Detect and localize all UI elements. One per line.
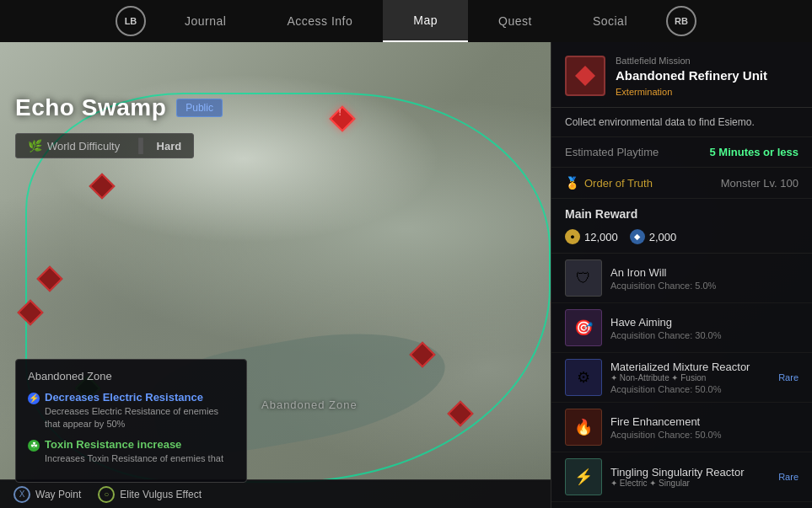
effect-content-2: Toxin Resistance increase Increases Toxi…	[45, 438, 223, 465]
mission-header: Battlefield Mission Abandoned Refinery U…	[551, 42, 812, 108]
waypoint-button[interactable]: X	[13, 486, 30, 503]
reward-title: Main Reward	[551, 199, 812, 226]
location-name: Echo Swamp	[15, 94, 166, 121]
map-marker-7[interactable]	[451, 404, 470, 423]
reward-item: 🔥 Fire Enhancement Acquisition Chance: 5…	[551, 403, 812, 452]
map-zone-label: Abandoned Zone	[261, 398, 358, 411]
difficulty-value: Hard	[157, 140, 182, 152]
order-name: Order of Truth	[584, 177, 653, 190]
nav-journal[interactable]: Journal	[154, 0, 256, 42]
gold-value: 12,000	[584, 231, 618, 243]
reward-name: Have Aiming	[610, 316, 799, 329]
reward-thumbnail: 🎯	[565, 309, 602, 346]
waypoint-label: Way Point	[35, 489, 81, 500]
order-left: 🏅 Order of Truth	[565, 176, 653, 190]
reward-chance: Acquisition Chance: 50.0%	[610, 430, 799, 440]
elite-button[interactable]: ○	[98, 486, 115, 503]
reward-info: Fire Enhancement Acquisition Chance: 50.…	[610, 415, 799, 440]
reward-chance: Acquisition Chance: 30.0%	[610, 330, 799, 340]
reward-info: Tingling Singularity Reactor ✦ Electric …	[610, 466, 770, 488]
mission-description: Collect environmental data to find Esiem…	[551, 108, 812, 137]
nav-quest[interactable]: Quest	[468, 0, 562, 42]
reward-name: Fire Enhancement	[610, 415, 799, 428]
reward-thumbnail: 🔥	[565, 409, 602, 446]
nav-map[interactable]: Map	[383, 0, 468, 42]
map-marker-6[interactable]	[413, 345, 432, 364]
reward-info: An Iron Will Acquisition Chance: 5.0%	[610, 266, 799, 291]
difficulty-bar: 🌿 World Difficulty ▐ Hard	[15, 133, 194, 158]
map-marker-3[interactable]	[40, 270, 59, 288]
gem-value: 2,000	[649, 231, 677, 243]
reward-sub: ✦ Electric ✦ Singular	[610, 479, 770, 488]
order-row: 🏅 Order of Truth Monster Lv. 100	[551, 168, 812, 199]
reward-name: Tingling Singularity Reactor	[610, 466, 770, 479]
reward-name: An Iron Will	[610, 266, 799, 279]
gold-icon: ●	[565, 229, 580, 244]
reward-item: 🛡 An Iron Will Acquisition Chance: 5.0%	[551, 254, 812, 303]
mission-info: Battlefield Mission Abandoned Refinery U…	[616, 56, 767, 97]
reward-sub: ✦ Non-Attribute ✦ Fusion	[610, 373, 770, 382]
reward-item: 🎯 Have Aiming Acquisition Chance: 30.0%	[551, 303, 812, 353]
effect-name-1: Decreases Electric Resistance	[45, 391, 234, 404]
effect-icon-blue: ⚡	[28, 393, 40, 404]
effect-desc-2: Increases Toxin Resistance of enemies th…	[45, 452, 223, 465]
difficulty-separator: ▐	[133, 138, 143, 153]
nav-social[interactable]: Social	[562, 0, 658, 42]
waypoint-item[interactable]: X Way Point	[13, 486, 81, 503]
effect-content-1: Decreases Electric Resistance Decreases …	[45, 391, 234, 431]
reward-info: Have Aiming Acquisition Chance: 30.0%	[610, 316, 799, 340]
marker-diamond[interactable]	[17, 299, 43, 325]
rare-badge: Rare	[778, 472, 799, 482]
reward-thumbnail: ⚡	[565, 458, 602, 495]
mission-icon-inner	[575, 66, 595, 86]
reward-chance: Acquisition Chance: 5.0%	[610, 281, 799, 291]
visibility-badge: Public	[176, 99, 223, 117]
playtime-label: Estimated Playtime	[565, 146, 659, 158]
effect-name-2: Toxin Resistance increase	[45, 438, 223, 451]
effect-desc-1: Decreases Electric Resistance of enemies…	[45, 405, 234, 431]
marker-diamond[interactable]	[447, 400, 473, 426]
map-marker-2[interactable]	[93, 177, 111, 195]
effect-item-2: ☘ Toxin Resistance increase Increases To…	[28, 438, 234, 465]
difficulty-label: World Difficulty	[47, 140, 120, 152]
marker-diamond[interactable]: !	[329, 105, 355, 131]
reward-thumbnail: ⚙	[565, 359, 602, 396]
marker-diamond[interactable]	[36, 265, 62, 291]
gem-icon: ◆	[630, 229, 645, 244]
top-navigation: LB Journal Access Info Map Quest Social …	[0, 0, 812, 42]
mission-type: Battlefield Mission	[616, 56, 767, 66]
reward-chance: Acquisition Chance: 50.0%	[610, 384, 770, 394]
currency-row: ● 12,000 ◆ 2,000	[551, 226, 812, 254]
side-panel: Battlefield Mission Abandoned Refinery U…	[551, 42, 812, 508]
reward-item: ⚙ Materialized Mixture Reactor ✦ Non-Att…	[551, 353, 812, 403]
order-icon: 🏅	[565, 176, 579, 190]
nav-access-info[interactable]: Access Info	[256, 0, 383, 42]
mission-mode: Extermination	[616, 87, 767, 97]
marker-inner: !	[339, 108, 341, 117]
reward-name: Materialized Mixture Reactor	[610, 361, 770, 373]
reward-thumbnail: 🛡	[565, 259, 602, 297]
marker-diamond[interactable]	[89, 173, 115, 199]
bottom-bar: X Way Point ○ Elite Vulgus Effect	[0, 479, 551, 508]
mission-icon	[565, 56, 605, 96]
rb-button[interactable]: RB	[666, 6, 696, 36]
playtime-value: 5 Minutes or less	[710, 146, 799, 158]
effect-icon-green: ☘	[28, 440, 40, 452]
map-marker-1[interactable]: !	[333, 110, 352, 128]
effect-item-1: ⚡ Decreases Electric Resistance Decrease…	[28, 391, 234, 431]
map-marker-4[interactable]	[21, 303, 40, 322]
abandoned-zone-panel: Abandoned Zone ⚡ Decreases Electric Resi…	[15, 359, 247, 483]
elite-label: Elite Vulgus Effect	[120, 489, 202, 500]
lb-button[interactable]: LB	[116, 6, 146, 36]
currency-gem: ◆ 2,000	[630, 229, 677, 244]
location-title: Echo Swamp Public	[15, 94, 223, 121]
elite-item[interactable]: ○ Elite Vulgus Effect	[98, 486, 202, 503]
marker-diamond[interactable]	[409, 341, 435, 367]
order-level: Monster Lv. 100	[721, 177, 799, 190]
rare-badge: Rare	[778, 372, 799, 382]
playtime-row: Estimated Playtime 5 Minutes or less	[551, 137, 812, 168]
currency-gold: ● 12,000	[565, 229, 618, 244]
reward-list: 🛡 An Iron Will Acquisition Chance: 5.0% …	[551, 254, 812, 508]
reward-info: Materialized Mixture Reactor ✦ Non-Attri…	[610, 361, 770, 394]
reward-item: ⚡ Tingling Singularity Reactor ✦ Electri…	[551, 452, 812, 502]
